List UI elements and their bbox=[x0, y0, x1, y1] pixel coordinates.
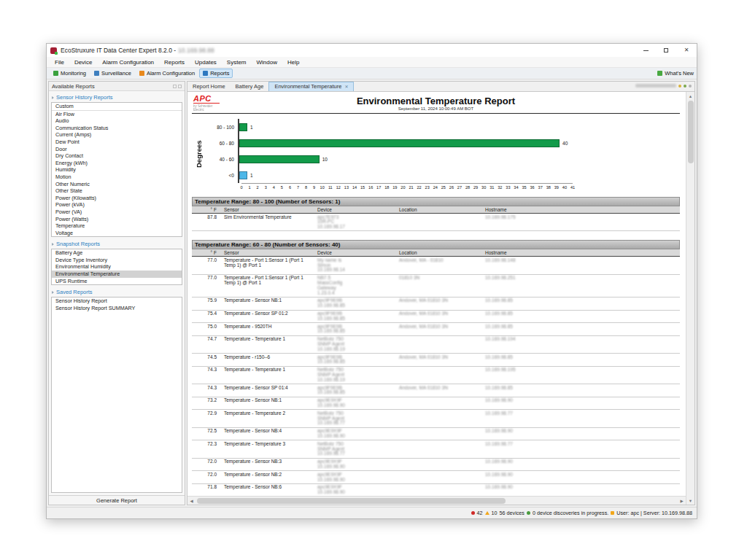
hostname-cell: 10.169.98.194 bbox=[484, 335, 680, 353]
report-list-item[interactable]: Dry Contact bbox=[52, 152, 182, 160]
status-bar: 42 10 56 devices 0 device discoveries in… bbox=[47, 507, 697, 518]
column-header: ° F bbox=[192, 249, 222, 257]
hostname-cell: 10.169.98.195 bbox=[484, 366, 680, 384]
tab-close-icon[interactable]: ✕ bbox=[344, 84, 348, 89]
menu-item-window[interactable]: Window bbox=[252, 58, 282, 66]
vertical-scrollbar[interactable]: ▲ ▼ bbox=[686, 92, 694, 505]
report-list-item[interactable]: Audio bbox=[52, 117, 182, 125]
report-list-item[interactable]: Voltage bbox=[52, 230, 182, 237]
chart-row: <01 bbox=[204, 167, 573, 183]
hostname-cell: 10.169.98.85 bbox=[484, 323, 680, 336]
report-list-item[interactable]: Power (Watts) bbox=[52, 216, 182, 223]
report-list-item[interactable]: Temperature bbox=[52, 222, 182, 230]
monitoring-icon bbox=[53, 71, 58, 76]
x-axis-tick-label: 8 bbox=[305, 185, 307, 190]
report-list-item[interactable]: Battery Age bbox=[52, 249, 182, 257]
whats-new-link[interactable]: What's New bbox=[657, 70, 694, 77]
report-list-item[interactable]: Motion bbox=[52, 174, 182, 181]
x-axis-tick-label: 5 bbox=[281, 185, 283, 190]
chart-bar bbox=[239, 139, 560, 147]
location-cell bbox=[398, 366, 484, 384]
menu-item-system[interactable]: System bbox=[222, 58, 252, 66]
menu-item-alarm-configuration[interactable]: Alarm Configuration bbox=[97, 58, 159, 66]
x-axis-tick-label: 35 bbox=[522, 185, 526, 190]
menu-item-device[interactable]: Device bbox=[69, 58, 97, 66]
report-list-item[interactable]: Energy (kWh) bbox=[52, 160, 182, 167]
menu-item-reports[interactable]: Reports bbox=[159, 58, 190, 66]
v-scroll-thumb[interactable] bbox=[688, 101, 694, 163]
report-list-item[interactable]: Power (VA) bbox=[52, 209, 182, 216]
menu-item-file[interactable]: File bbox=[50, 58, 69, 66]
menu-item-help[interactable]: Help bbox=[282, 58, 304, 66]
location-cell bbox=[398, 335, 484, 353]
perspective-label: Monitoring bbox=[61, 70, 86, 77]
device-line: 10.169.98.90 bbox=[317, 403, 396, 408]
report-list-item[interactable]: Air Flow bbox=[52, 111, 182, 118]
device-line: 10.169.98.85 bbox=[317, 316, 396, 322]
report-list-item[interactable]: Dew Point bbox=[52, 139, 182, 146]
sensor-table: ° FSensorDeviceLocationHostname87.8Sim E… bbox=[192, 206, 680, 231]
horizontal-scrollbar[interactable]: ◀ ▶ bbox=[187, 496, 686, 505]
tab-report-home[interactable]: Report Home bbox=[187, 82, 231, 91]
generate-report-button[interactable]: Generate Report bbox=[49, 495, 185, 505]
report-list-item[interactable]: Sensor History Report SUMMARY bbox=[52, 305, 182, 312]
close-button[interactable]: ✕ bbox=[676, 44, 697, 57]
maximize-button[interactable] bbox=[656, 44, 676, 57]
hostname-cell: 10.169.98.85 bbox=[484, 384, 680, 397]
table-row: 71.8Temperature - Sensor NB:6apc9E9X9F10… bbox=[192, 483, 680, 496]
column-header: ° F bbox=[192, 206, 222, 214]
tab-battery-age[interactable]: Battery Age bbox=[231, 82, 269, 91]
perspective-alarm-configuration[interactable]: Alarm Configuration bbox=[136, 69, 198, 78]
location-cell: Andover, MA - 01810 bbox=[398, 257, 484, 274]
report-list-item[interactable]: Power (kVA) bbox=[52, 201, 182, 209]
report-list-item[interactable]: Other State bbox=[52, 187, 182, 195]
minimize-button[interactable] bbox=[635, 44, 656, 57]
perspective-monitoring[interactable]: Monitoring bbox=[50, 69, 90, 78]
temp-cell: 74.3 bbox=[192, 366, 222, 384]
location-cell bbox=[398, 483, 484, 496]
user-server-info: User: apc | Server: 10.169.98.88 bbox=[616, 510, 692, 516]
report-list-item[interactable]: UPS Runtime bbox=[52, 278, 182, 285]
perspective-label: Alarm Configuration bbox=[147, 70, 195, 77]
chart-row: 80 - 1001 bbox=[204, 119, 573, 135]
menu-item-updates[interactable]: Updates bbox=[190, 58, 222, 66]
report-list-item[interactable]: Current (Amps) bbox=[52, 131, 182, 139]
report-list-item[interactable]: Environmental Temperature bbox=[52, 271, 182, 278]
x-axis-tick-label: 41 bbox=[570, 185, 575, 190]
location-cell bbox=[398, 427, 484, 440]
report-list-item[interactable]: Door bbox=[52, 146, 182, 153]
scroll-down-icon[interactable]: ▼ bbox=[686, 497, 694, 505]
report-list-item[interactable]: Humidity bbox=[52, 166, 182, 174]
report-list-item[interactable]: Communication Status bbox=[52, 125, 182, 132]
surveillance-icon bbox=[94, 71, 99, 76]
panel-maximize-icon[interactable] bbox=[178, 85, 182, 88]
temp-cell: 72.9 bbox=[192, 410, 222, 427]
report-list-item[interactable]: Power (Kilowatts) bbox=[52, 195, 182, 202]
scroll-up-icon[interactable]: ▲ bbox=[686, 92, 694, 100]
temp-cell: 75.4 bbox=[192, 310, 222, 323]
report-list-item[interactable]: Environmental Humidity bbox=[52, 263, 182, 271]
device-cell: NetBotz 750SNMP Agent10.169.98.77 bbox=[316, 410, 398, 427]
perspective-reports[interactable]: Reports bbox=[199, 69, 233, 78]
tab-environmental-temperature[interactable]: Environmental Temperature✕ bbox=[268, 82, 354, 91]
h-scroll-thumb[interactable] bbox=[197, 498, 506, 504]
window-title-server: 10.169.98.88 bbox=[178, 47, 214, 54]
scroll-right-icon[interactable]: ▶ bbox=[678, 497, 686, 505]
perspective-surveillance[interactable]: Surveillance bbox=[90, 69, 135, 78]
sensor-cell: Temperature - Port 1:Sensor 1 (Port 1 Te… bbox=[222, 274, 316, 297]
device-cell: My name isSimon10.169.98.14 bbox=[316, 257, 398, 274]
report-list-item[interactable]: Custom bbox=[52, 103, 182, 111]
panel-minimize-icon[interactable] bbox=[173, 85, 177, 88]
chart-value-label: 10 bbox=[322, 157, 328, 162]
scroll-left-icon[interactable]: ◀ bbox=[187, 497, 196, 505]
report-list-item[interactable]: Sensor History Report bbox=[52, 298, 182, 305]
location-cell: Andover, MA 01810 3N bbox=[398, 384, 484, 397]
temp-cell: 72.0 bbox=[192, 471, 222, 484]
report-list-item[interactable]: Device Type Inventory bbox=[52, 257, 182, 264]
report-list-item[interactable]: Other Numeric bbox=[52, 181, 182, 188]
x-axis-tick-label: 30 bbox=[481, 185, 486, 190]
device-line: 10.169.98.85 bbox=[317, 359, 396, 365]
hostname-cell: 10.169.98.85 bbox=[484, 310, 680, 323]
x-axis-tick-label: 12 bbox=[336, 185, 341, 190]
temp-cell: 75.9 bbox=[192, 297, 222, 310]
